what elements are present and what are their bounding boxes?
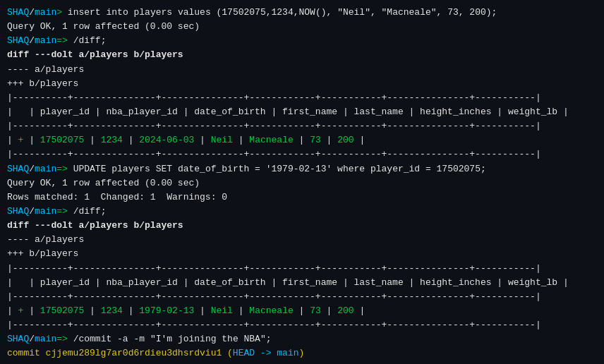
table-sep-3: |----------+---------------+------------… [7, 147, 597, 162]
line-5: ---- a/players [7, 63, 597, 77]
line-3: SHAQ/main=> /diff; [7, 34, 597, 48]
table-header-1: | | player_id | nba_player_id | date_of_… [7, 105, 597, 119]
line-ok2: Query OK, 1 row affected (0.00 sec) [7, 176, 597, 190]
table-sep-2c: |----------+---------------+------------… [7, 318, 597, 332]
table-row-1: | + | 17502075 | 1234 | 2024-06-03 | Nei… [7, 133, 597, 147]
terminal: SHAQ/main> insert into players values (1… [7, 6, 597, 364]
line-commit-cmd: SHAQ/main=> /commit -a -m "I'm joining t… [7, 332, 597, 346]
line-update: SHAQ/main=> UPDATE players SET date_of_b… [7, 162, 597, 176]
line-commit-hash: commit cjjemu289lg7ar0d6rdieu3dhsrdviu1 … [7, 346, 597, 360]
table-sep-2a: |----------+---------------+------------… [7, 262, 597, 276]
line-6: +++ b/players [7, 77, 597, 91]
line-diffheader2: diff ---dolt a/players b/players [7, 219, 597, 233]
table-header-2: | | player_id | nba_player_id | date_of_… [7, 276, 597, 290]
table-sep-2: |----------+---------------+------------… [7, 119, 597, 133]
line-minus2: ---- a/players [7, 233, 597, 247]
line-rows: Rows matched: 1 Changed: 1 Warnings: 0 [7, 190, 597, 205]
line-1: SHAQ/main> insert into players values (1… [7, 6, 597, 20]
table-row-2: | + | 17502075 | 1234 | 1979-02-13 | Nei… [7, 304, 597, 318]
line-plus2: +++ b/players [7, 247, 597, 261]
line-diff2: SHAQ/main=> /diff; [7, 205, 597, 219]
table-sep-1: |----------+---------------+------------… [7, 91, 597, 105]
line-author: Author: macneale <neil@dolthub.com> [7, 361, 597, 364]
line-4: diff ---dolt a/players b/players [7, 48, 597, 62]
line-2: Query OK, 1 row affected (0.00 sec) [7, 20, 597, 34]
table-sep-2b: |----------+---------------+------------… [7, 290, 597, 304]
